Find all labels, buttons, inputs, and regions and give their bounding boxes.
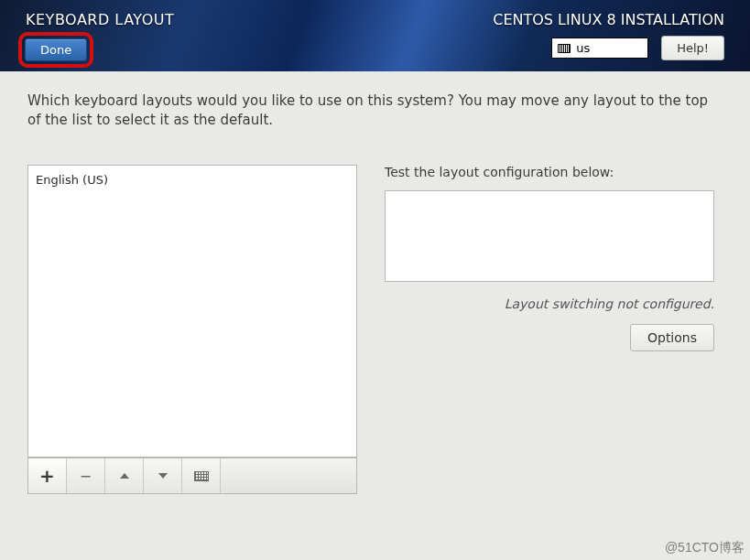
options-button[interactable]: Options: [630, 324, 714, 351]
page-title: KEYBOARD LAYOUT: [26, 11, 174, 28]
layout-toolbar: + −: [27, 458, 357, 494]
header-left: KEYBOARD LAYOUT Done: [26, 11, 174, 71]
instruction-text: Which keyboard layouts would you like to…: [27, 92, 723, 130]
chevron-up-icon: [120, 473, 129, 479]
right-column: Test the layout configuration below: Lay…: [385, 165, 723, 351]
done-button[interactable]: Done: [25, 38, 87, 61]
columns: English (US) + − Test the layout configu…: [27, 165, 723, 494]
options-row: Options: [385, 324, 714, 351]
test-input[interactable]: [385, 190, 714, 282]
remove-layout-button[interactable]: −: [67, 458, 105, 493]
preview-layout-button[interactable]: [182, 458, 221, 493]
move-up-button[interactable]: [105, 458, 144, 493]
header-bar: KEYBOARD LAYOUT Done CENTOS LINUX 8 INST…: [0, 0, 750, 71]
switching-note: Layout switching not configured.: [385, 296, 714, 311]
done-highlight-box: Done: [18, 32, 93, 68]
list-item[interactable]: English (US): [36, 171, 349, 188]
move-down-button[interactable]: [144, 458, 182, 493]
watermark-text: @51CTO博客: [665, 540, 745, 556]
installer-title: CENTOS LINUX 8 INSTALLATION: [493, 11, 724, 28]
header-right: CENTOS LINUX 8 INSTALLATION us Help!: [493, 11, 724, 71]
chevron-down-icon: [158, 473, 168, 479]
test-label: Test the layout configuration below:: [385, 165, 723, 179]
header-right-row: us Help!: [551, 36, 724, 60]
layout-list[interactable]: English (US): [27, 165, 357, 458]
keyboard-icon: [558, 44, 571, 53]
content-area: Which keyboard layouts would you like to…: [0, 71, 750, 514]
language-code: us: [576, 41, 590, 55]
toolbar-spacer: [221, 458, 356, 493]
help-button[interactable]: Help!: [661, 36, 724, 60]
add-layout-button[interactable]: +: [28, 458, 67, 493]
left-column: English (US) + −: [27, 165, 357, 494]
language-indicator[interactable]: us: [551, 38, 648, 59]
keyboard-grid-icon: [194, 471, 209, 481]
